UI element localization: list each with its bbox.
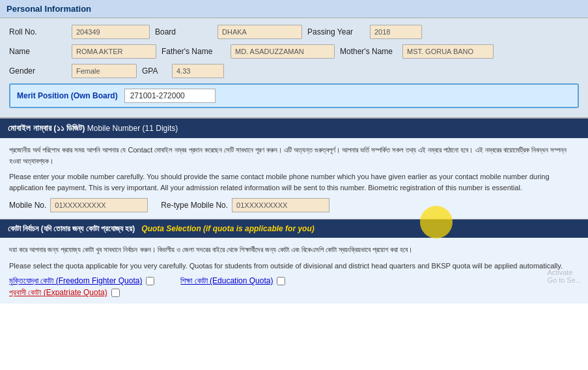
mothers-name-label: Mother's Name [340,47,399,56]
quota-desc-bangla: দয়া করে আপনার জন্য প্রযোজ্য কোটা খুব সা… [9,244,579,255]
merit-position-box: Merit Position (Own Board) [9,83,579,108]
quota-header-english: Quota Selection (if quota is applicable … [141,224,314,233]
roll-col: Roll No. [9,25,150,39]
passing-year-label: Passing Year [307,27,366,36]
freedom-fighter-quota-link[interactable]: মুক্তিযোদ্ধা কোটা (Freedom Fighter Quota… [9,276,142,285]
info-row-1: Roll No. Board Passing Year [9,25,579,39]
mobile-input[interactable] [50,198,148,212]
name-col: Name [9,44,156,59]
expatriate-quota-link[interactable]: প্রবাসী কোটা (Expatriate Quota) [9,288,107,297]
mobile-section-content: প্রজোনীয় অর্থ পরিশোধ করার সময় আপনি আপন… [0,138,588,220]
quota-section-header: কোটা নির্বাচন (যদি তোমার জন্য কোটা প্রযো… [0,220,588,238]
board-col: Board [155,25,302,39]
retype-mobile-input[interactable] [232,198,329,212]
activate-watermark: ActivateGo to Se... [547,268,581,284]
board-input[interactable] [217,25,302,39]
mobile-desc-bangla: প্রজোনীয় অর্থ পরিশোধ করার সময় আপনি আপন… [9,145,579,166]
passing-year-col: Passing Year [307,25,422,39]
mobile-field: Mobile No. [9,198,148,212]
personal-info-title: Personal Information [7,4,91,14]
quota-header-bangla: কোটা নির্বাচন (যদি তোমার জন্য কোটা প্রযো… [8,224,135,233]
freedom-fighter-quota-option: মুক্তিযোদ্ধা কোটা (Freedom Fighter Quota… [9,276,154,285]
fathers-name-label: Father's Name [161,47,227,56]
retype-label: Re-type Mobile No. [161,201,228,210]
quota-content: দয়া করে আপনার জন্য প্রযোজ্য কোটা খুব সা… [0,238,588,304]
freedom-fighter-quota-checkbox[interactable] [146,277,154,285]
gpa-col: GPA [142,64,224,78]
info-row-2: Name Father's Name Mother's Name [9,44,579,59]
mobile-header-bangla: মোবাইল নাম্বার (১১ ডিজিট) [8,123,85,133]
passing-year-input[interactable] [370,25,422,39]
mobile-header-english: Mobile Number (11 Digits) [87,124,178,133]
quota-options-row: মুক্তিযোদ্ধা কোটা (Freedom Fighter Quota… [9,276,579,285]
mobile-fields-row: Mobile No. Re-type Mobile No. [9,198,579,212]
fathers-name-input[interactable] [231,44,335,59]
gender-input[interactable] [72,64,137,78]
personal-info-section: Roll No. Board Passing Year Name Father'… [0,18,588,119]
personal-info-header: Personal Information [0,0,588,18]
name-label: Name [9,47,68,56]
mobile-label: Mobile No. [9,201,46,210]
education-quota-checkbox[interactable] [277,277,285,285]
roll-label: Roll No. [9,27,68,36]
expatriate-quota-option: প্রবাসী কোটা (Expatriate Quota) [9,288,120,297]
mobile-desc-english: Please enter your mobile number carefull… [9,171,579,193]
mobile-section-header: মোবাইল নাম্বার (১১ ডিজিট) Mobile Number … [0,119,588,138]
mothers-name-input[interactable] [402,44,494,59]
gpa-input[interactable] [172,64,224,78]
name-input[interactable] [72,44,156,59]
mothers-name-col: Mother's Name [340,44,494,59]
quota-desc-english: Please select the quota applicable for y… [9,261,579,272]
board-label: Board [155,27,214,36]
gender-label: Gender [9,66,68,76]
expatriate-quota-checkbox[interactable] [111,289,120,297]
last-quota-row: প্রবাসী কোটা (Expatriate Quota) [9,288,579,297]
info-row-3: Gender GPA [9,64,579,78]
gpa-label: GPA [142,66,168,76]
merit-position-label: Merit Position (Own Board) [17,91,118,100]
fathers-name-col: Father's Name [161,44,335,59]
page-wrapper: Personal Information Roll No. Board Pass… [0,0,588,304]
gender-col: Gender [9,64,137,78]
merit-position-input[interactable] [124,89,216,103]
education-quota-option: শিক্ষা কোটা (Education Quota) [180,276,285,285]
retype-field: Re-type Mobile No. [161,198,329,212]
education-quota-link[interactable]: শিক্ষা কোটা (Education Quota) [180,276,273,285]
roll-input[interactable] [72,25,150,39]
